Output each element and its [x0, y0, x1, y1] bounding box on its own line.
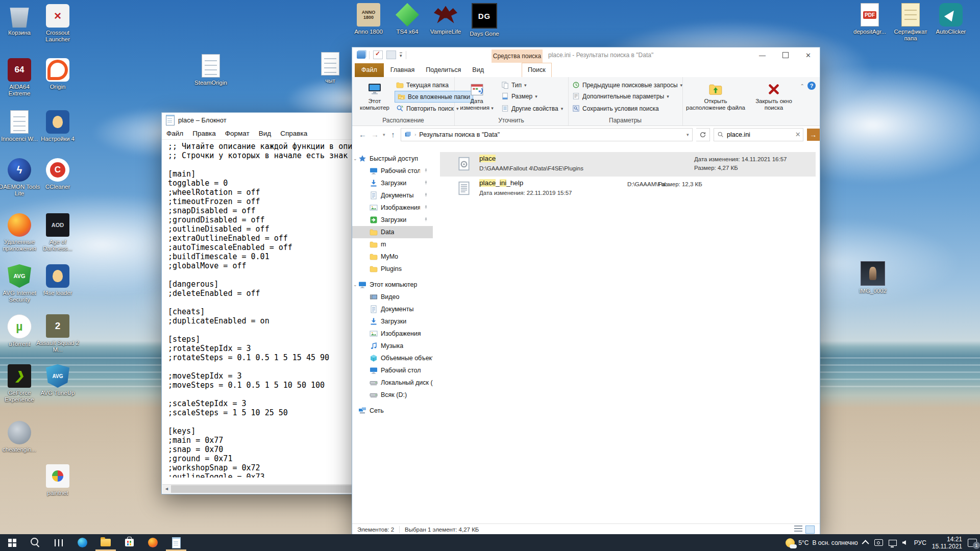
properties-icon[interactable]	[373, 51, 383, 59]
sidebar-item-объемные-объекты[interactable]: Объемные объекты	[352, 352, 433, 364]
desktop-icon-anno-1800[interactable]: ANNO 1800Anno 1800	[347, 3, 390, 35]
desktop-icon-utorrent[interactable]: µuTorrent	[0, 314, 41, 347]
minimize-button[interactable]: —	[751, 47, 774, 63]
desktop-icon-days-gone[interactable]: DGDays Gone	[463, 3, 506, 37]
explorer-titlebar[interactable]: ▾ Средства поиска place.ini - Результаты…	[352, 47, 820, 63]
desktop-icon-сертификат-папа[interactable]: Сертификат папа	[889, 3, 932, 41]
sidebar-item-локальный-диск-c[interactable]: Локальный диск (C:)	[352, 377, 433, 389]
sidebar-item-загрузки[interactable]: Загрузки	[352, 214, 433, 226]
sidebar-item-загрузки[interactable]: Загрузки	[352, 315, 433, 328]
tab-search[interactable]: Поиск	[522, 63, 552, 77]
type-filter-button[interactable]: Тип	[501, 80, 527, 90]
close-button[interactable]: ✕	[797, 47, 820, 63]
desktop-icon-avg-tuneup[interactable]: AVGAVG TuneUp	[36, 364, 79, 396]
sidebar-item-музыка[interactable]: Музыка	[352, 340, 433, 352]
current-folder-button[interactable]: Текущая папка	[396, 80, 449, 90]
clear-search-icon[interactable]: ✕	[795, 131, 803, 138]
sidebar-item-этот-компьютер[interactable]: ⌄Этот компьютер	[352, 279, 433, 291]
desktop-icon-чыт[interactable]: чыт	[309, 52, 352, 84]
taskbar-edge-button[interactable]	[70, 534, 94, 551]
desktop-icon-age-of-darkness[interactable]: AODAge of Darkness...	[36, 213, 79, 252]
desktop-icon-crossout-launcher[interactable]: ×Crossout Launcher	[36, 4, 79, 42]
repeat-search-button[interactable]: Повторить поиск	[396, 103, 459, 114]
menu-view[interactable]: Вид	[254, 130, 276, 137]
sidebar-item-видео[interactable]: Видео	[352, 291, 433, 303]
address-dropdown-icon[interactable]: ▾	[687, 132, 689, 137]
sidebar-item-изображения[interactable]: Изображения	[352, 202, 433, 214]
other-properties-button[interactable]: Другие свойства	[501, 103, 563, 114]
back-icon[interactable]: ←	[358, 130, 367, 139]
sidebar-item-plugins[interactable]: Plugins	[352, 263, 433, 275]
tab-share[interactable]: Поделиться	[420, 63, 467, 77]
search-input[interactable]: place.ini ✕	[714, 128, 803, 141]
desktop-icon-vampirelife[interactable]: VampireLife	[424, 3, 467, 35]
desktop-icon-удаленные-приложения[interactable]: Удаленные приложения	[0, 213, 41, 252]
collapse-ribbon-icon[interactable]: ⌃	[800, 83, 804, 89]
notifications-icon[interactable]: 1	[968, 539, 977, 547]
tab-view[interactable]: Вид	[467, 63, 489, 77]
this-computer-button[interactable]: Этот компьютер	[358, 80, 391, 111]
large-icons-view-icon[interactable]	[805, 525, 815, 534]
menu-help[interactable]: Справка	[276, 130, 312, 137]
open-file-location-button[interactable]: Открыть расположение файла	[685, 80, 746, 111]
sidebar-item-документы[interactable]: Документы	[352, 303, 433, 315]
sidebar-item-mymo[interactable]: MyMo	[352, 251, 433, 263]
forward-icon[interactable]: →	[371, 130, 379, 139]
desktop-icon-origin[interactable]: Origin	[36, 58, 79, 90]
sidebar-item-загрузки[interactable]: Загрузки	[352, 177, 433, 189]
desktop-icon-aida64-extreme[interactable]: 64AIDA64 Extreme	[0, 58, 41, 96]
advanced-options-button[interactable]: Дополнительные параметры	[572, 91, 669, 102]
file-row-place_ini_help[interactable]: place_ini_helpДата изменения: 22.11.2019…	[440, 177, 816, 201]
desktop-icon-daemon-tools-lite[interactable]: ϟDAEMON Tools Lite	[0, 158, 41, 196]
sidebar-item-изображения[interactable]: Изображения	[352, 328, 433, 340]
desktop-icon-настройки-4[interactable]: Настройки 4	[36, 110, 79, 142]
expand-icon[interactable]: ⌄	[353, 156, 357, 161]
desktop-icon-autoclicker[interactable]: AutoClicker	[929, 3, 972, 35]
new-folder-icon[interactable]	[386, 51, 396, 59]
tab-file[interactable]: Файл	[355, 63, 384, 77]
up-icon[interactable]: ↑	[388, 130, 397, 139]
desktop-icon-f4se-loader[interactable]: f4se loader	[36, 264, 79, 296]
desktop-icon-geforce-experience[interactable]: ❯GeForce Experience	[0, 364, 41, 403]
language-indicator[interactable]: РУС	[914, 539, 926, 546]
desktop-icon-assault-squad-2-m[interactable]: 2Assault Squad 2 M...	[36, 314, 79, 353]
sidebar-item-data[interactable]: Data	[352, 226, 433, 238]
sidebar-item-быстрый-доступ[interactable]: ⌄Быстрый доступ	[352, 153, 433, 165]
weather-widget[interactable]: 5°C В осн. солнечно	[786, 538, 857, 547]
search-tools-contextual-tab[interactable]: Средства поиска	[492, 49, 543, 63]
sidebar-item-m[interactable]: m	[352, 238, 433, 251]
tab-home[interactable]: Главная	[385, 63, 421, 77]
desktop-icon-innocenci-w[interactable]: Innocenci W...	[0, 110, 41, 142]
menu-format[interactable]: Формат	[220, 130, 254, 137]
taskbar-notepad-button[interactable]	[164, 534, 188, 551]
expand-icon[interactable]: ⌄	[353, 282, 357, 287]
screen-cast-icon[interactable]	[874, 539, 883, 546]
desktop-icon-paintnet[interactable]: paintnet	[36, 464, 79, 496]
desktop-icon-ccleaner[interactable]: CCleaner	[36, 158, 79, 190]
breadcrumb[interactable]: › Результаты поиска в "Data" ▾	[401, 128, 692, 141]
save-search-button[interactable]: Сохранить условия поиска	[572, 103, 659, 114]
taskbar-task-view-button[interactable]	[47, 534, 70, 551]
history-dropdown-icon[interactable]: ▾	[383, 132, 385, 137]
sidebar-item-сеть[interactable]: Сеть	[352, 405, 433, 417]
desktop-icon-корзина[interactable]: Корзина	[0, 4, 41, 36]
desktop-icon-steamorigin[interactable]: SteamOrigin	[189, 54, 232, 86]
network-icon[interactable]	[889, 540, 897, 546]
details-view-icon[interactable]	[794, 525, 802, 533]
date-modified-button[interactable]: Дата изменения	[459, 80, 494, 112]
taskbar-explorer-button[interactable]	[94, 534, 117, 551]
sidebar-item-рабочий-стол[interactable]: Рабочий стол	[352, 165, 433, 177]
file-name[interactable]: place_ini_help	[479, 179, 523, 187]
search-go-button[interactable]: →	[807, 129, 820, 141]
recent-searches-button[interactable]: Предыдущие поисковые запросы	[572, 80, 682, 90]
breadcrumb-text[interactable]: Результаты поиска в "Data"	[419, 131, 500, 138]
folder-stack-icon[interactable]	[357, 51, 365, 59]
taskbar-search-button[interactable]	[23, 534, 47, 551]
close-search-button[interactable]: Закрыть окно поиска	[751, 80, 797, 111]
volume-icon[interactable]	[902, 540, 906, 545]
menu-edit[interactable]: Правка	[188, 130, 220, 137]
search-value[interactable]: place.ini	[727, 131, 750, 138]
desktop-icon-avg-internet-security[interactable]: AVGAVG Internet Security	[0, 264, 41, 303]
size-filter-button[interactable]: Размер	[501, 91, 537, 102]
sidebar-item-документы[interactable]: Документы	[352, 189, 433, 202]
